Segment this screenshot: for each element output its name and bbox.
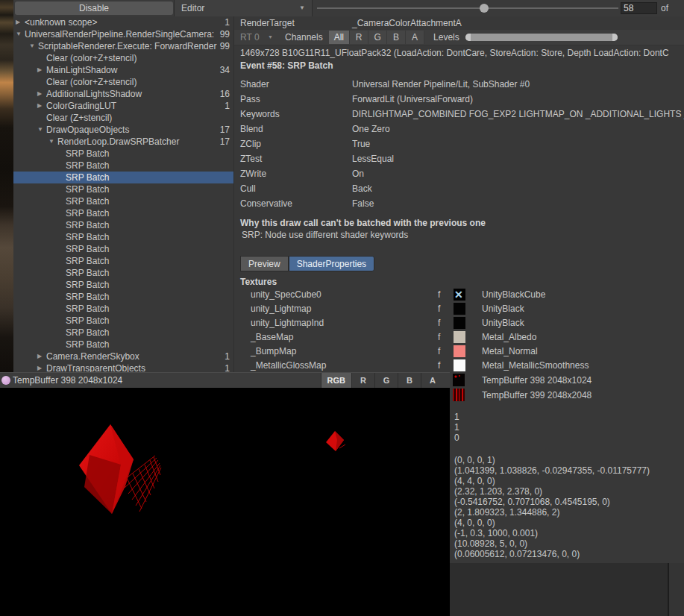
preview-channel-button[interactable]: G [374,373,398,388]
tree-row[interactable]: SRP Batch [13,207,233,219]
disable-button[interactable]: Disable [15,1,173,15]
rt-dropdown[interactable]: RT 0 [234,31,274,43]
tree-row[interactable]: ▼ DrawOpaqueObjects 17 [13,124,233,136]
foldout-icon[interactable] [57,243,66,255]
texture-property-name: _BaseMap [251,330,293,345]
channel-button[interactable]: All [329,31,350,44]
tree-row[interactable]: SRP Batch [13,219,233,231]
tree-row[interactable]: SRP Batch [13,339,233,351]
foldout-icon[interactable] [57,267,66,279]
texture-row[interactable]: unity_SpecCube0 f UnityBlackCube [234,288,684,302]
foldout-icon[interactable]: ▶ [37,64,46,76]
foldout-icon[interactable] [57,255,66,267]
tree-row[interactable]: SRP Batch [13,291,233,303]
texture-row[interactable]: unity_Lightmap f UnityBlack [234,302,684,316]
foldout-icon[interactable] [57,172,66,183]
foldout-icon[interactable] [57,279,66,291]
foldout-icon[interactable]: ▶ [37,88,46,100]
foldout-icon[interactable]: ▼ [29,40,38,52]
tree-row[interactable]: SRP Batch [13,195,233,207]
detail-tab[interactable]: Preview [240,256,289,271]
levels-min-handle[interactable] [465,34,471,41]
event-slider[interactable] [317,0,618,16]
tree-row[interactable]: Clear (color+Z+stencil) [13,76,233,88]
tree-row[interactable]: ▶ <unknown scope> 1 [13,16,233,28]
preview-channel-button[interactable]: RGB [321,373,351,388]
foldout-icon[interactable] [57,207,66,219]
property-label: Keywords [234,107,352,122]
channel-button[interactable]: R [350,31,368,44]
property-value: DIRLIGHTMAP_COMBINED FOG_EXP2 LIGHTMAP_O… [352,107,684,122]
tree-row-count: 99 [220,40,233,52]
tree-row[interactable]: SRP Batch [13,303,233,315]
tree-row[interactable]: SRP Batch [13,231,233,243]
tree-row[interactable]: SRP Batch [13,327,233,339]
foldout-icon[interactable]: ▶ [37,100,46,112]
foldout-icon[interactable] [57,339,66,351]
scrollbar-track[interactable] [669,563,684,616]
foldout-icon[interactable]: ▼ [48,136,57,148]
texture-row[interactable]: _MetallicGlossMap f Metal_MetallicSmooth… [234,359,684,373]
foldout-icon[interactable] [57,160,66,172]
textures-list: unity_SpecCube0 f UnityBlackCube unity_L… [234,288,684,373]
foldout-icon[interactable] [57,231,66,243]
tree-row[interactable]: Clear (color+Z+stencil) [13,52,233,64]
foldout-icon[interactable] [37,76,46,88]
tree-row[interactable]: SRP Batch [13,279,233,291]
levels-max-handle[interactable] [612,34,618,41]
levels-range-slider[interactable] [465,34,618,41]
event-slider-handle[interactable] [480,4,489,13]
preview-channel-button[interactable]: R [351,373,374,388]
channel-button[interactable]: B [387,31,406,44]
tree-row[interactable]: ▶ MainLightShadow 34 [13,64,233,76]
foldout-icon[interactable] [57,195,66,207]
tree-row[interactable]: ▶ AdditionalLightsShadow 16 [13,88,233,100]
foldout-icon[interactable] [57,183,66,195]
channel-button[interactable]: G [368,31,387,44]
property-row: Shader Universal Render Pipeline/Lit, Su… [234,77,684,92]
tree-row-label: SRP Batch [66,148,230,160]
foldout-icon[interactable] [57,303,66,315]
texture-row[interactable]: unity_LightmapInd f UnityBlack [234,316,684,330]
toolbar: Disable Editor 58 of 100 [13,0,684,17]
tree-row[interactable]: SRP Batch [13,172,233,183]
tree-row-label: SRP Batch [66,267,230,279]
foldout-icon[interactable]: ▶ [37,351,46,362]
foldout-icon[interactable]: ▼ [37,124,46,136]
tree-row-count: 99 [220,28,233,40]
detail-tab[interactable]: ShaderProperties [289,256,374,271]
foldout-icon[interactable] [37,52,46,64]
tree-row[interactable]: SRP Batch [13,183,233,195]
tree-row-label: SRP Batch [66,195,230,207]
foldout-icon[interactable]: ▶ [16,16,25,28]
tree-row[interactable]: ▼ UniversalRenderPipeline.RenderSingleCa… [13,28,233,40]
channels-row: RT 0 Channels All R G B A Levels [234,30,684,45]
preview-channel-button[interactable]: A [421,373,444,388]
event-number-field[interactable]: 58 [621,2,657,14]
tree-row[interactable]: SRP Batch [13,255,233,267]
tree-row[interactable]: SRP Batch [13,160,233,172]
channel-button[interactable]: A [406,31,424,44]
tree-row[interactable]: ▶ Camera.RenderSkybox 1 [13,351,233,362]
foldout-icon[interactable] [37,112,46,124]
tree-row[interactable]: ▼ ScriptableRenderer.Execute: ForwardRen… [13,40,233,52]
tree-row[interactable]: SRP Batch [13,243,233,255]
tree-row[interactable]: ▶ ColorGradingLUT 1 [13,100,233,112]
source-dropdown[interactable]: Editor [174,0,313,16]
preview-channel-button[interactable]: B [398,373,421,388]
tree-row[interactable]: Clear (Z+stencil) [13,112,233,124]
foldout-icon[interactable] [57,327,66,339]
foldout-icon[interactable] [57,219,66,231]
tree-row[interactable]: SRP Batch [13,148,233,160]
foldout-icon[interactable]: ▼ [16,28,25,40]
tree-row[interactable]: SRP Batch [13,315,233,327]
texture-row[interactable]: _BaseMap f Metal_Albedo [234,330,684,345]
foldout-icon[interactable] [57,291,66,303]
tree-row[interactable]: SRP Batch [13,267,233,279]
tree-row-count: 17 [220,136,233,148]
texture-row[interactable]: _BumpMap f Metal_Normal [234,345,684,359]
tree-row-label: SRP Batch [66,291,230,303]
foldout-icon[interactable] [57,148,66,160]
foldout-icon[interactable] [57,315,66,327]
tree-row[interactable]: ▼ RenderLoop.DrawSRPBatcher 17 [13,136,233,148]
